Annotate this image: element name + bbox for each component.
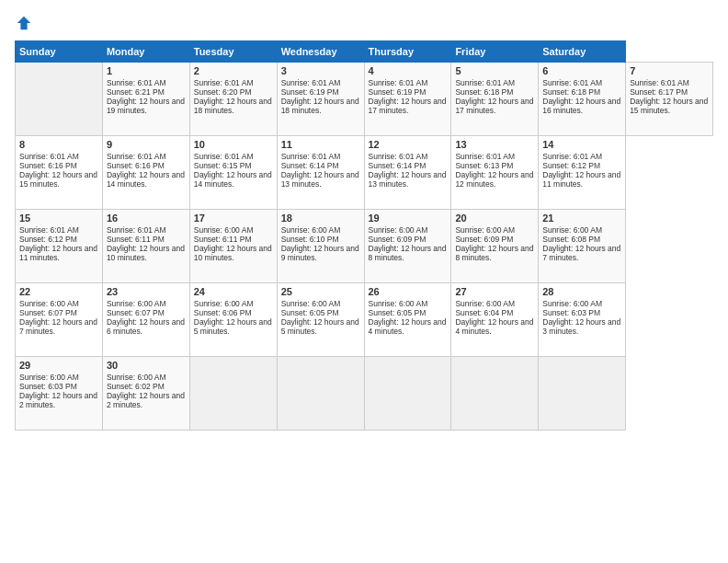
- sunrise-time: Sunrise: 6:01 AM: [19, 225, 79, 235]
- sunset-time: Sunset: 6:03 PM: [542, 308, 600, 317]
- sunrise-time: Sunrise: 6:01 AM: [194, 152, 254, 161]
- sunrise-time: Sunrise: 6:01 AM: [281, 152, 341, 161]
- calendar-cell: 11 Sunrise: 6:01 AM Sunset: 6:14 PM Dayl…: [277, 136, 364, 210]
- weekday-header-thursday: Thursday: [364, 41, 451, 63]
- calendar-cell: 10 Sunrise: 6:01 AM Sunset: 6:15 PM Dayl…: [189, 136, 277, 210]
- calendar-cell: 24 Sunrise: 6:00 AM Sunset: 6:06 PM Dayl…: [189, 283, 277, 357]
- calendar-week-row: 8 Sunrise: 6:01 AM Sunset: 6:16 PM Dayli…: [16, 136, 713, 210]
- day-number: 5: [455, 65, 534, 76]
- calendar-cell: [277, 357, 364, 431]
- day-number: 3: [281, 65, 360, 76]
- daylight-info: Daylight: 12 hours and 15 minutes.: [19, 170, 97, 189]
- daylight-info: Daylight: 12 hours and 17 minutes.: [455, 97, 533, 115]
- sunrise-time: Sunrise: 6:00 AM: [19, 299, 79, 308]
- sunrise-time: Sunrise: 6:01 AM: [107, 225, 166, 235]
- calendar-cell: 7 Sunrise: 6:01 AM Sunset: 6:17 PM Dayli…: [626, 63, 713, 136]
- sunrise-time: Sunrise: 6:01 AM: [369, 78, 428, 87]
- calendar-cell: 22 Sunrise: 6:00 AM Sunset: 6:07 PM Dayl…: [16, 283, 103, 357]
- sunset-time: Sunset: 6:12 PM: [19, 235, 77, 244]
- sunrise-time: Sunrise: 6:00 AM: [107, 299, 166, 308]
- calendar-cell: 27 Sunrise: 6:00 AM Sunset: 6:04 PM Dayl…: [451, 283, 539, 357]
- day-number: 19: [369, 213, 448, 224]
- calendar-cell: 6 Sunrise: 6:01 AM Sunset: 6:18 PM Dayli…: [539, 63, 626, 136]
- sunrise-time: Sunrise: 6:00 AM: [281, 225, 341, 235]
- daylight-info: Daylight: 12 hours and 4 minutes.: [369, 317, 447, 336]
- sunset-time: Sunset: 6:19 PM: [369, 87, 427, 97]
- calendar-cell: 30 Sunrise: 6:00 AM Sunset: 6:02 PM Dayl…: [102, 357, 189, 431]
- daylight-info: Daylight: 12 hours and 8 minutes.: [455, 244, 533, 262]
- day-number: 22: [19, 286, 98, 297]
- sunrise-time: Sunrise: 6:01 AM: [194, 78, 254, 87]
- weekday-header-friday: Friday: [451, 41, 539, 63]
- sunset-time: Sunset: 6:19 PM: [281, 87, 339, 97]
- sunrise-time: Sunrise: 6:01 AM: [455, 78, 515, 87]
- calendar-cell: 8 Sunrise: 6:01 AM Sunset: 6:16 PM Dayli…: [16, 136, 103, 210]
- sunset-time: Sunset: 6:18 PM: [542, 87, 600, 97]
- day-number: 16: [107, 213, 186, 224]
- calendar-cell: 20 Sunrise: 6:00 AM Sunset: 6:09 PM Dayl…: [451, 210, 539, 283]
- calendar-cell: 16 Sunrise: 6:01 AM Sunset: 6:11 PM Dayl…: [102, 210, 189, 283]
- day-number: 24: [194, 286, 273, 297]
- sunrise-time: Sunrise: 6:00 AM: [455, 299, 515, 308]
- sunrise-time: Sunrise: 6:00 AM: [19, 373, 79, 382]
- sunset-time: Sunset: 6:07 PM: [107, 308, 165, 317]
- daylight-info: Daylight: 12 hours and 9 minutes.: [281, 244, 359, 262]
- sunset-time: Sunset: 6:10 PM: [281, 235, 339, 244]
- daylight-info: Daylight: 12 hours and 13 minutes.: [369, 170, 447, 189]
- daylight-info: Daylight: 12 hours and 18 minutes.: [194, 97, 272, 115]
- sunset-time: Sunset: 6:02 PM: [107, 382, 165, 391]
- calendar-table: SundayMondayTuesdayWednesdayThursdayFrid…: [15, 40, 713, 431]
- calendar-cell: [189, 357, 277, 431]
- daylight-info: Daylight: 12 hours and 11 minutes.: [542, 170, 620, 189]
- daylight-info: Daylight: 12 hours and 3 minutes.: [542, 317, 620, 336]
- sunset-time: Sunset: 6:09 PM: [455, 235, 513, 244]
- header: [15, 15, 713, 31]
- day-number: 7: [630, 65, 709, 76]
- calendar-week-row: 29 Sunrise: 6:00 AM Sunset: 6:03 PM Dayl…: [16, 357, 713, 431]
- calendar-cell: 18 Sunrise: 6:00 AM Sunset: 6:10 PM Dayl…: [277, 210, 364, 283]
- day-number: 18: [281, 213, 360, 224]
- day-number: 29: [19, 360, 98, 371]
- day-number: 21: [542, 213, 621, 224]
- day-number: 27: [455, 286, 534, 297]
- daylight-info: Daylight: 12 hours and 15 minutes.: [630, 97, 708, 115]
- day-number: 30: [107, 360, 186, 371]
- calendar-cell: [451, 357, 539, 431]
- daylight-info: Daylight: 12 hours and 10 minutes.: [107, 244, 185, 262]
- sunrise-time: Sunrise: 6:01 AM: [455, 152, 515, 161]
- daylight-info: Daylight: 12 hours and 12 minutes.: [455, 170, 533, 189]
- day-number: 20: [455, 213, 534, 224]
- sunset-time: Sunset: 6:17 PM: [630, 87, 688, 97]
- calendar-week-row: 22 Sunrise: 6:00 AM Sunset: 6:07 PM Dayl…: [16, 283, 713, 357]
- sunset-time: Sunset: 6:04 PM: [455, 308, 513, 317]
- day-number: 23: [107, 286, 186, 297]
- sunset-time: Sunset: 6:05 PM: [369, 308, 427, 317]
- sunrise-time: Sunrise: 6:00 AM: [455, 225, 515, 235]
- day-number: 11: [281, 139, 360, 150]
- sunset-time: Sunset: 6:07 PM: [19, 308, 77, 317]
- sunrise-time: Sunrise: 6:01 AM: [369, 152, 428, 161]
- calendar-cell: 1 Sunrise: 6:01 AM Sunset: 6:21 PM Dayli…: [102, 63, 189, 136]
- sunset-time: Sunset: 6:14 PM: [369, 161, 427, 170]
- calendar-cell: [539, 357, 626, 431]
- sunrise-time: Sunrise: 6:00 AM: [281, 299, 341, 308]
- day-number: 14: [542, 139, 621, 150]
- sunset-time: Sunset: 6:20 PM: [194, 87, 252, 97]
- sunrise-time: Sunrise: 6:00 AM: [542, 225, 602, 235]
- calendar-cell: 14 Sunrise: 6:01 AM Sunset: 6:12 PM Dayl…: [539, 136, 626, 210]
- sunset-time: Sunset: 6:16 PM: [19, 161, 77, 170]
- sunset-time: Sunset: 6:21 PM: [107, 87, 165, 97]
- calendar-cell: 12 Sunrise: 6:01 AM Sunset: 6:14 PM Dayl…: [364, 136, 451, 210]
- sunset-time: Sunset: 6:14 PM: [281, 161, 339, 170]
- day-number: 12: [369, 139, 448, 150]
- calendar-cell: 26 Sunrise: 6:00 AM Sunset: 6:05 PM Dayl…: [364, 283, 451, 357]
- sunrise-time: Sunrise: 6:01 AM: [107, 152, 166, 161]
- day-number: 10: [194, 139, 273, 150]
- calendar-cell: [16, 63, 103, 136]
- calendar-cell: [364, 357, 451, 431]
- sunrise-time: Sunrise: 6:01 AM: [19, 152, 79, 161]
- calendar-cell: 17 Sunrise: 6:00 AM Sunset: 6:11 PM Dayl…: [189, 210, 277, 283]
- sunset-time: Sunset: 6:11 PM: [194, 235, 252, 244]
- day-number: 28: [542, 286, 621, 297]
- calendar-cell: 15 Sunrise: 6:01 AM Sunset: 6:12 PM Dayl…: [16, 210, 103, 283]
